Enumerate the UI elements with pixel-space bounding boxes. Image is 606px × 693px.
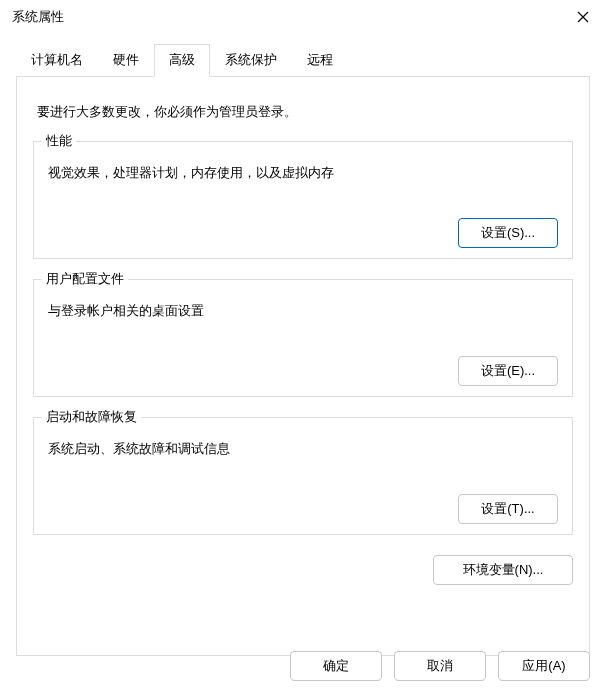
tab-computer-name[interactable]: 计算机名 (16, 44, 98, 76)
admin-note: 要进行大多数更改，你必须作为管理员登录。 (37, 103, 569, 121)
performance-desc: 视觉效果，处理器计划，内存使用，以及虚拟内存 (48, 164, 558, 182)
startup-recovery-desc: 系统启动、系统故障和调试信息 (48, 440, 558, 458)
groupbox-startup-recovery: 启动和故障恢复 系统启动、系统故障和调试信息 设置(T)... (33, 417, 573, 535)
apply-button[interactable]: 应用(A) (498, 651, 590, 681)
dialog-button-row: 确定 取消 应用(A) (290, 651, 590, 681)
tab-system-protection[interactable]: 系统保护 (210, 44, 292, 76)
user-profiles-settings-button[interactable]: 设置(E)... (458, 356, 558, 386)
groupbox-performance: 性能 视觉效果，处理器计划，内存使用，以及虚拟内存 设置(S)... (33, 141, 573, 259)
performance-legend: 性能 (42, 132, 76, 150)
ok-button[interactable]: 确定 (290, 651, 382, 681)
tab-remote[interactable]: 远程 (292, 44, 348, 76)
user-profiles-legend: 用户配置文件 (42, 270, 128, 288)
titlebar: 系统属性 (0, 0, 606, 34)
startup-recovery-legend: 启动和故障恢复 (42, 408, 141, 426)
cancel-button[interactable]: 取消 (394, 651, 486, 681)
startup-recovery-settings-button[interactable]: 设置(T)... (458, 494, 558, 524)
tab-panel-advanced: 要进行大多数更改，你必须作为管理员登录。 性能 视觉效果，处理器计划，内存使用，… (16, 76, 590, 656)
tab-strip: 计算机名 硬件 高级 系统保护 远程 (16, 44, 590, 76)
window-title: 系统属性 (12, 8, 64, 26)
tab-hardware[interactable]: 硬件 (98, 44, 154, 76)
user-profiles-desc: 与登录帐户相关的桌面设置 (48, 302, 558, 320)
close-icon (577, 11, 589, 23)
close-button[interactable] (560, 2, 606, 32)
tab-advanced[interactable]: 高级 (154, 44, 210, 77)
environment-variables-button[interactable]: 环境变量(N)... (433, 555, 573, 585)
performance-settings-button[interactable]: 设置(S)... (458, 218, 558, 248)
groupbox-user-profiles: 用户配置文件 与登录帐户相关的桌面设置 设置(E)... (33, 279, 573, 397)
